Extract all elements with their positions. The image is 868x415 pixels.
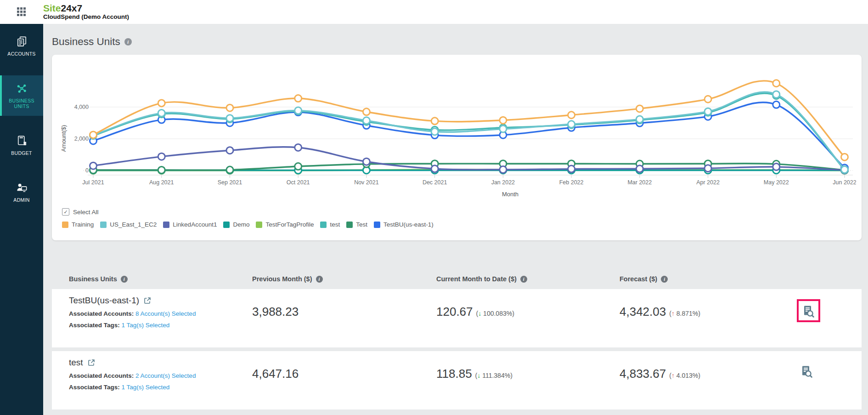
column-header-business-units: Business Units i (52, 275, 252, 283)
accounts-label: Associated Accounts: (69, 372, 134, 379)
table-row: TestBU(us-east-1) Associated Accounts: 8… (52, 289, 862, 347)
svg-text:Jul 2021: Jul 2021 (82, 179, 104, 186)
product-name: CloudSpend (Demo Account) (43, 14, 129, 20)
svg-text:Oct 2021: Oct 2021 (287, 179, 310, 186)
select-all-label: Select All (73, 209, 99, 216)
tags-selected-link[interactable]: 1 Tag(s) Selected (122, 384, 170, 391)
tags-label: Associated Tags: (69, 322, 120, 329)
action-box (797, 361, 817, 381)
legend-item-test[interactable]: Test (346, 221, 367, 228)
report-search-icon (802, 305, 815, 318)
external-link-icon[interactable] (144, 297, 151, 304)
svg-text:Sep 2021: Sep 2021 (218, 179, 242, 186)
forecast-value: 4,342.03 (620, 305, 666, 319)
svg-text:Aug 2021: Aug 2021 (149, 179, 174, 186)
legend-item-testbu-us-east-1-[interactable]: TestBU(us-east-1) (374, 221, 434, 228)
legend-swatch (320, 222, 327, 228)
svg-text:Jan 2022: Jan 2022 (491, 179, 515, 186)
down-arrow-icon: ↓ (478, 310, 481, 317)
legend-item-test[interactable]: test (320, 221, 340, 228)
business-units-line-chart: 02,0004,000Jul 2021Aug 2021Sep 2021Oct 2… (55, 61, 859, 202)
legend-item-training[interactable]: Training (62, 221, 94, 228)
legend-label: US_East_1_EC2 (110, 221, 157, 228)
business-units-icon (16, 82, 28, 95)
svg-text:Dec 2021: Dec 2021 (423, 179, 447, 186)
info-icon[interactable]: i (316, 276, 323, 283)
legend-item-demo[interactable]: Demo (223, 221, 249, 228)
up-arrow-icon: ↑ (671, 310, 675, 317)
sidebar-item-admin[interactable]: ADMIN (0, 175, 43, 210)
sidebar-nav: ACCOUNTS BUSINESS UNITS (0, 24, 43, 415)
legend-item-testfortagprofile[interactable]: TestForTagProfile (256, 221, 314, 228)
sidebar-item-label: ADMIN (13, 197, 29, 203)
budget-icon (16, 135, 28, 147)
page-title-info-icon[interactable]: i (124, 38, 132, 45)
sidebar-item-label: BUSINESS UNITS (3, 98, 40, 109)
legend-swatch (374, 222, 380, 228)
select-all-checkbox[interactable]: ✓ (62, 208, 69, 216)
legend-label: Test (356, 221, 367, 228)
current-month-delta: (↓ 111.384%) (475, 372, 513, 379)
svg-text:Apr 2022: Apr 2022 (696, 179, 720, 186)
svg-text:May 2022: May 2022 (764, 179, 789, 186)
forecast-value: 4,833.67 (620, 367, 666, 381)
business-unit-name: test (69, 358, 83, 368)
accounts-selected-link[interactable]: 8 Account(s) Selected (135, 310, 196, 317)
svg-text:4,000: 4,000 (74, 104, 89, 110)
column-header-previous-month: Previous Month ($) i (252, 275, 436, 283)
sidebar-item-business-units[interactable]: BUSINESS UNITS (0, 75, 43, 116)
current-month-delta: (↓ 100.083%) (476, 310, 514, 317)
info-icon[interactable]: i (121, 276, 128, 283)
table-row: test Associated Accounts: 2 Account(s) S… (52, 351, 862, 409)
sidebar-item-budget[interactable]: BUDGET (0, 128, 43, 163)
cost-report-button[interactable] (802, 305, 815, 318)
legend-swatch (346, 222, 353, 228)
legend-label: TestForTagProfile (265, 221, 314, 228)
info-icon[interactable]: i (661, 276, 668, 283)
sidebar-item-label: BUDGET (11, 150, 32, 156)
sidebar-item-label: ACCOUNTS (7, 51, 35, 57)
table-header-row: Business Units i Previous Month ($) i Cu… (52, 269, 862, 289)
legend-item-us-east-1-ec2[interactable]: US_East_1_EC2 (100, 221, 157, 228)
info-icon[interactable]: i (520, 276, 527, 283)
svg-text:Month: Month (502, 191, 519, 198)
legend-swatch (256, 222, 262, 228)
legend-item-linkedaccount1[interactable]: LinkedAccount1 (163, 221, 217, 228)
svg-text:Nov 2021: Nov 2021 (354, 179, 379, 186)
svg-text:2,000: 2,000 (74, 136, 89, 142)
apps-grid-icon[interactable] (0, 7, 43, 17)
legend-swatch (223, 222, 230, 228)
up-arrow-icon: ↑ (671, 372, 675, 379)
tags-selected-link[interactable]: 1 Tag(s) Selected (122, 322, 170, 329)
column-header-current-month: Current Month to Date ($) i (436, 275, 620, 283)
svg-text:Mar 2022: Mar 2022 (627, 179, 652, 186)
current-month-value: 118.85 (436, 367, 472, 381)
legend-swatch (100, 222, 107, 228)
business-units-chart-card: 02,0004,000Jul 2021Aug 2021Sep 2021Oct 2… (52, 55, 862, 240)
tags-label: Associated Tags: (69, 384, 120, 391)
admin-icon (16, 182, 28, 194)
page-title: Business Units (52, 36, 120, 48)
legend-swatch (62, 222, 68, 228)
main-content: Business Units i 02,0004,000Jul 2021Aug … (43, 24, 868, 415)
external-link-icon[interactable] (88, 359, 95, 366)
legend-label: TestBU(us-east-1) (383, 221, 434, 228)
accounts-label: Associated Accounts: (69, 310, 134, 317)
legend-label: LinkedAccount1 (173, 221, 217, 228)
sidebar-item-accounts[interactable]: ACCOUNTS (0, 28, 43, 63)
business-units-table: Business Units i Previous Month ($) i Cu… (52, 269, 862, 409)
brand-logo[interactable]: Site24x7 CloudSpend (Demo Account) (43, 3, 129, 20)
business-unit-name: TestBU(us-east-1) (69, 296, 139, 306)
svg-text:0: 0 (85, 167, 89, 174)
cost-report-button[interactable] (800, 365, 813, 378)
accounts-selected-link[interactable]: 2 Account(s) Selected (135, 372, 196, 379)
previous-month-value: 3,988.23 (252, 305, 299, 319)
svg-text:Jun 2022: Jun 2022 (833, 179, 856, 186)
legend-label: Training (72, 221, 94, 228)
grid-icon (17, 7, 27, 17)
select-all-toggle[interactable]: ✓ Select All (62, 208, 859, 216)
legend-label: Demo (233, 221, 249, 228)
previous-month-value: 4,647.16 (252, 367, 299, 381)
site24x7-logo: Site24x7 (43, 3, 129, 13)
current-month-value: 120.67 (436, 305, 473, 319)
